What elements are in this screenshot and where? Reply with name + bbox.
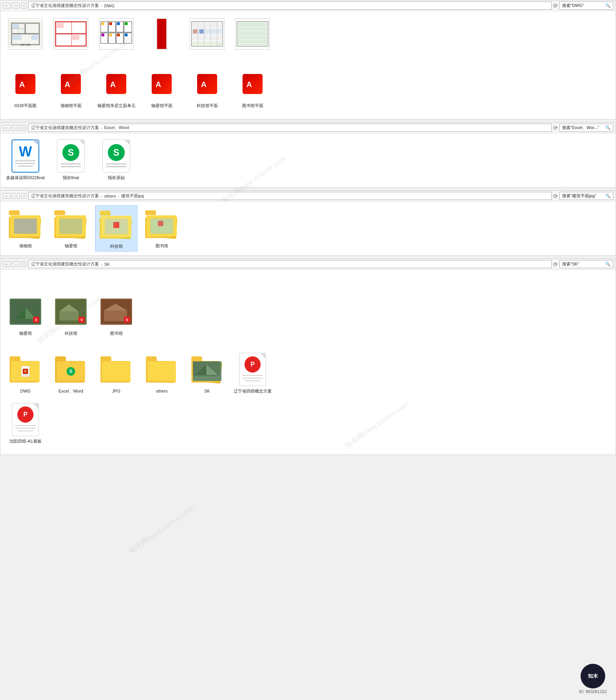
refresh-icon[interactable]: ⟳ [553, 261, 558, 267]
list-item[interactable]: D DWG [4, 351, 47, 397]
path-root[interactable]: 辽宁省文化场馆建筑概念性设计方案 [31, 125, 99, 131]
list-item[interactable]: P 沈阳四馆-A1展板 [4, 401, 47, 448]
search-icon[interactable]: 🔍 [605, 193, 611, 198]
path-root[interactable]: 辽宁省文化场馆建筑概念性设计方案 [31, 193, 99, 199]
list-item[interactable]: A 图书馆平面 [231, 65, 274, 114]
list-item[interactable]: S Excel、Word [50, 351, 92, 397]
path-root[interactable]: 辽宁省文化场馆建筑概念性设计方案 [31, 3, 99, 8]
svg-text:S: S [126, 318, 128, 322]
path-subfolder[interactable]: 建筑平面jpg [121, 193, 144, 199]
up-btn[interactable]: ↑ [21, 193, 27, 199]
autocad-logo-icon: A [61, 74, 81, 94]
list-item[interactable] [141, 15, 183, 61]
pdf2-file-icon: P [12, 403, 39, 436]
list-item[interactable] [95, 15, 137, 61]
autocad-logo-icon: A [152, 74, 172, 94]
file-name-label: 图书馆 [156, 243, 168, 248]
search-icon[interactable]: 🔍 [605, 125, 611, 130]
forward-btn[interactable]: → [12, 261, 20, 267]
back-btn[interactable]: ← [3, 261, 10, 267]
wps-s-text: S [69, 369, 72, 374]
list-item[interactable]: S 科技馆 [50, 293, 92, 343]
list-item[interactable]: 🔴 科技馆 [95, 205, 137, 252]
list-item[interactable]: S 轴爱馆 [4, 293, 47, 343]
excel-address-bar: ← → ↑ 辽宁省文化场馆建筑概念性设计方案 › Excel、Word ⟳ 搜索… [0, 123, 616, 133]
list-item[interactable]: A 轴爱馆平面 [141, 65, 183, 114]
file-icon-area: 🔴 [99, 207, 134, 242]
list-item[interactable]: 建筑平面图 [4, 15, 47, 61]
excel-search[interactable]: 搜索"Excel、Wor..." 🔍 [559, 124, 613, 132]
list-item[interactable]: 墙物馆 [4, 205, 47, 252]
svg-rect-33 [125, 22, 127, 25]
autocad-logo-icon: A [106, 74, 126, 94]
fold-corner [124, 139, 130, 146]
back-btn[interactable]: ← [3, 125, 10, 131]
list-item[interactable]: 图书馆 [141, 205, 183, 252]
list-item[interactable]: W 多媒体说明0322final [4, 137, 47, 183]
up-btn[interactable]: ↑ [21, 3, 27, 8]
file-name-label: 辽宁省四馆概念方案 [234, 388, 272, 394]
refresh-icon[interactable]: ⟳ [553, 3, 558, 9]
list-item[interactable]: A 0328平面图 [4, 65, 47, 114]
list-item[interactable]: A 科技馆平面 [186, 65, 228, 114]
path-folder[interactable]: DWG [104, 3, 115, 8]
list-item[interactable]: P 辽宁省四馆概念方案 [231, 351, 274, 397]
others-search[interactable]: 搜索"建筑平面jpg" 🔍 [559, 192, 613, 200]
file-icon-area: S [99, 294, 134, 329]
folder-tab [100, 211, 110, 215]
file-name-label: 轴爱馆平面 [151, 103, 172, 108]
list-item[interactable]: A 墙物馆平面 [50, 65, 92, 114]
forward-btn[interactable]: → [12, 125, 20, 131]
list-item[interactable]: SK [186, 351, 228, 397]
list-item[interactable]: S 图书馆 [95, 293, 137, 343]
list-item[interactable] [186, 15, 228, 61]
svg-text:🔴: 🔴 [114, 223, 119, 228]
list-item[interactable]: others [141, 351, 183, 397]
autocad-logo-icon: A [243, 74, 263, 94]
search-icon[interactable]: 🔍 [605, 262, 611, 267]
pdf-p-text: P [23, 411, 28, 418]
doc-in-folder: D [21, 366, 30, 377]
list-item[interactable]: S 报价final [50, 137, 92, 183]
folder-inner [147, 215, 177, 237]
folder-icon [145, 210, 178, 238]
file-icon-area [99, 17, 134, 51]
dwg-search[interactable]: 搜索"DWG" 🔍 [559, 2, 613, 10]
back-btn[interactable]: ← [3, 193, 10, 199]
autocad-logo-icon: A [15, 74, 35, 94]
list-item[interactable]: 轴爱馆 [50, 205, 92, 252]
file-name-label: 科技馆 [65, 331, 77, 336]
list-item[interactable] [231, 15, 274, 61]
folder-inner: S [57, 361, 85, 381]
sk-3d-thumb: S [10, 299, 41, 325]
sk-panel: ← → ↑ 辽宁省文化场馆建筑概念性设计方案 › SK ⟳ 搜索"SK" 🔍 [0, 259, 616, 457]
path-root[interactable]: 辽宁省文化场馆建筑概念性设计方案 [31, 261, 99, 267]
file-icon-area: W [8, 139, 43, 173]
path-folder[interactable]: Excel、Word [104, 125, 129, 131]
forward-btn[interactable]: → [12, 3, 20, 8]
up-btn[interactable]: ↑ [21, 261, 27, 267]
doc-badge: D [23, 369, 28, 374]
up-btn[interactable]: ↑ [21, 125, 27, 131]
list-item[interactable] [50, 15, 92, 61]
stripe-svg1 [190, 19, 224, 49]
file-name-label: 轴爱馆库层立面单元 [97, 103, 136, 108]
wps-line2 [61, 166, 81, 167]
forward-btn[interactable]: → [12, 193, 20, 199]
refresh-icon[interactable]: ⟳ [553, 193, 558, 199]
refresh-icon[interactable]: ⟳ [553, 125, 558, 131]
back-btn[interactable]: ← [3, 3, 10, 8]
list-item[interactable]: S 报价原始 [95, 137, 137, 183]
file-icon-area [144, 207, 179, 242]
list-item[interactable]: A 轴爱馆库层立面单元 [95, 65, 137, 114]
wps-s-icon: S [62, 144, 79, 161]
path-others[interactable]: others [104, 194, 116, 198]
list-item[interactable]: JPG [95, 351, 137, 397]
fold-corner [79, 139, 85, 146]
path-sk[interactable]: SK [104, 262, 110, 267]
autocad-logo-icon: A [197, 74, 217, 94]
sk-search[interactable]: 搜索"SK" 🔍 [559, 260, 613, 268]
file-icon-area: P [235, 352, 270, 387]
wps-s-icon: S [108, 144, 125, 161]
search-icon[interactable]: 🔍 [605, 3, 611, 8]
